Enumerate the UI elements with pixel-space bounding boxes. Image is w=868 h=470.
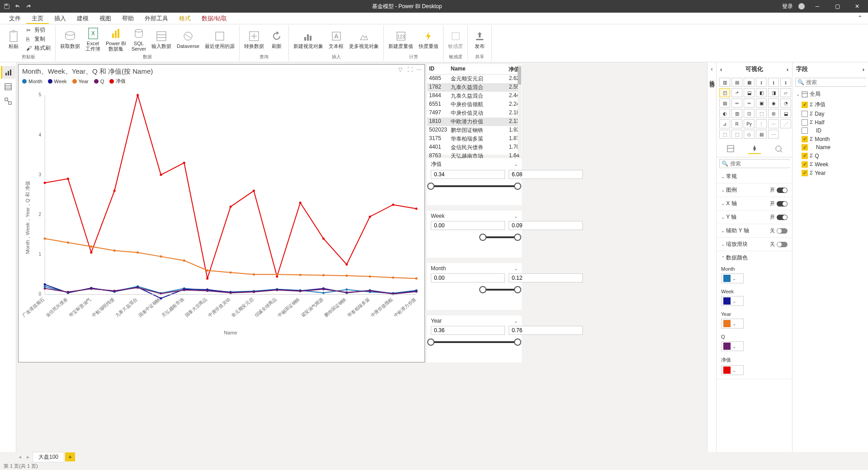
visual-type-button[interactable]: ⊞ <box>768 109 779 118</box>
table-row[interactable]: 1844九泰久益混合2.44 <box>427 92 521 100</box>
publish-button[interactable]: 发布 <box>471 29 489 50</box>
section-yaxis[interactable]: ⌄ Y 轴开 <box>717 211 792 224</box>
visual-type-button[interactable]: ⋯ <box>768 119 779 128</box>
section-y2axis[interactable]: ⌄ 辅助 Y 轴关 <box>717 224 792 237</box>
slicer-visual[interactable]: 净值⌄ <box>427 158 522 205</box>
slider-handle-min[interactable] <box>479 286 486 293</box>
slider-track[interactable] <box>431 286 518 293</box>
section-zoom[interactable]: ⌄ 缩放滑块关 <box>717 238 792 251</box>
tab-modeling[interactable]: 建模 <box>71 13 94 24</box>
visual-type-button[interactable]: ⊡ <box>744 109 755 118</box>
report-canvas[interactable]: ▽ ⛶ ⋯ Month、Week、Year、Q 和 净值(按 Name) Mon… <box>16 62 707 452</box>
minimize-button[interactable]: ─ <box>810 2 825 11</box>
checkbox[interactable] <box>802 127 808 134</box>
chevron-down-icon[interactable]: ⌄ <box>514 214 518 219</box>
focus-icon[interactable]: ⛶ <box>407 66 414 73</box>
tab-insert[interactable]: 插入 <box>49 13 71 24</box>
field-item[interactable]: ✓ΣQ <box>793 151 868 160</box>
table-row[interactable]: 4685金元顺安元启2.62 <box>427 75 521 83</box>
table-row[interactable]: 1782九泰久益混合2.55 <box>427 83 521 92</box>
checkbox[interactable] <box>802 119 808 126</box>
analytics-tab-icon[interactable] <box>772 143 785 154</box>
chevron-right-icon[interactable]: › <box>787 66 788 73</box>
visual-type-button[interactable]: ⫿ <box>768 78 779 87</box>
visual-type-button[interactable]: ═ <box>744 99 755 108</box>
filter-icon[interactable]: ▽ <box>398 66 405 73</box>
chevron-right-icon[interactable]: › <box>863 66 864 73</box>
field-item[interactable]: ✓ΣWeek <box>793 160 868 169</box>
tab-view[interactable]: 视图 <box>94 13 117 24</box>
line-chart-visual[interactable]: ▽ ⛶ ⋯ Month、Week、Year、Q 和 净值(按 Name) Mon… <box>18 64 425 362</box>
slider-handle-max[interactable] <box>514 286 521 293</box>
checkbox[interactable]: ✓ <box>802 170 808 176</box>
section-datacolors[interactable]: ⌃ 数据颜色 <box>717 251 792 264</box>
table-row[interactable]: 502023鹏华国证钢铁1.92 <box>427 126 521 135</box>
slicer-visual[interactable]: Year⌄ <box>427 315 522 362</box>
section-legend[interactable]: ⌄ 图例开 <box>717 183 792 197</box>
color-picker[interactable]: ⌄ <box>721 365 744 375</box>
visual-type-button[interactable]: ◉ <box>768 99 779 108</box>
tab-home[interactable]: 主页 <box>26 13 49 24</box>
color-picker[interactable]: ⌄ <box>721 319 744 329</box>
slicer-max-input[interactable] <box>509 326 583 335</box>
slider-handle-min[interactable] <box>479 234 486 241</box>
add-page-button[interactable]: + <box>65 452 75 461</box>
table-row[interactable]: 3175华泰柏瑞多策1.87 <box>427 135 521 143</box>
slicer-min-input[interactable] <box>431 221 505 230</box>
format-search[interactable]: 🔍 <box>719 159 789 168</box>
slider-track[interactable] <box>431 234 518 241</box>
slicer-max-input[interactable] <box>509 170 583 179</box>
visual-type-button[interactable]: ⋯ <box>768 130 779 139</box>
tab-data[interactable]: 数据/钻取 <box>196 13 232 24</box>
legend-item[interactable]: 净值 <box>109 78 126 85</box>
slider-handle-max[interactable] <box>514 183 521 190</box>
format-tab-icon[interactable] <box>748 143 761 154</box>
close-button[interactable]: ✕ <box>850 2 864 11</box>
visual-type-button[interactable]: ⬓ <box>780 109 791 118</box>
page-tab-1[interactable]: 大盘100 <box>33 452 64 462</box>
visual-type-button[interactable]: ▱ <box>780 88 791 97</box>
format-painter-button[interactable]: 🖌格式刷 <box>24 44 52 52</box>
checkbox[interactable] <box>802 111 808 117</box>
undo-icon[interactable] <box>14 3 21 9</box>
visual-type-button[interactable]: ◇ <box>744 130 755 139</box>
visual-type-button[interactable]: ▤ <box>731 78 742 87</box>
more-visuals-button[interactable]: 更多视觉对象 <box>347 29 381 50</box>
toggle-yaxis[interactable]: 开 <box>770 214 788 221</box>
slicer-min-input[interactable] <box>431 170 505 179</box>
visual-type-button[interactable]: ◫ <box>719 88 730 97</box>
field-item[interactable]: ΣHalf <box>793 118 868 127</box>
get-data-button[interactable]: 获取数据 <box>58 29 82 50</box>
tab-help[interactable]: 帮助 <box>117 13 139 24</box>
table-row[interactable]: 6551中庚价值领航2.24 <box>427 100 521 109</box>
checkbox[interactable]: ✓ <box>802 161 808 168</box>
more-icon[interactable]: ⋯ <box>416 66 423 73</box>
sensitivity-button[interactable]: 敏感度 <box>446 29 465 50</box>
recent-sources-button[interactable]: 最近使用的源 <box>203 29 236 50</box>
chevron-down-icon[interactable]: ⌄ <box>514 266 518 271</box>
visual-type-button[interactable]: ▤ <box>756 130 767 139</box>
table-row[interactable]: 1810中欧潜力价值2.13 <box>427 118 521 126</box>
slicer-max-input[interactable] <box>509 221 583 230</box>
slider-handle-min[interactable] <box>427 183 434 190</box>
checkbox[interactable]: ✓ <box>802 102 808 108</box>
toggle-legend[interactable]: 开 <box>770 187 788 193</box>
slicer-min-input[interactable] <box>431 326 505 335</box>
slicer-max-input[interactable] <box>509 273 583 282</box>
format-search-input[interactable] <box>730 160 798 167</box>
textbox-button[interactable]: A文本框 <box>327 29 345 50</box>
visual-type-button[interactable]: Py <box>744 119 755 128</box>
slicer-visual[interactable]: Week⌄ <box>427 211 522 258</box>
table-visual[interactable]: ID Name 净值 4685金元顺安元启2.621782九泰久益混合2.551… <box>427 64 522 155</box>
visual-type-button[interactable]: ◨ <box>768 88 779 97</box>
toggle-xaxis[interactable]: 开 <box>770 200 788 207</box>
field-item[interactable]: ID <box>793 127 868 135</box>
field-table[interactable]: ⌄ 全局 <box>793 89 868 100</box>
checkbox[interactable]: ✓ <box>802 153 808 159</box>
field-item[interactable]: ΣDay <box>793 109 868 118</box>
sql-button[interactable]: SQL Server <box>130 26 148 52</box>
page-nav-next-icon[interactable]: ▸ <box>24 453 32 461</box>
transform-data-button[interactable]: 转换数据 <box>242 29 266 50</box>
slider-track[interactable] <box>431 183 518 190</box>
collapse-ribbon-icon[interactable]: ⌃ <box>852 13 868 24</box>
